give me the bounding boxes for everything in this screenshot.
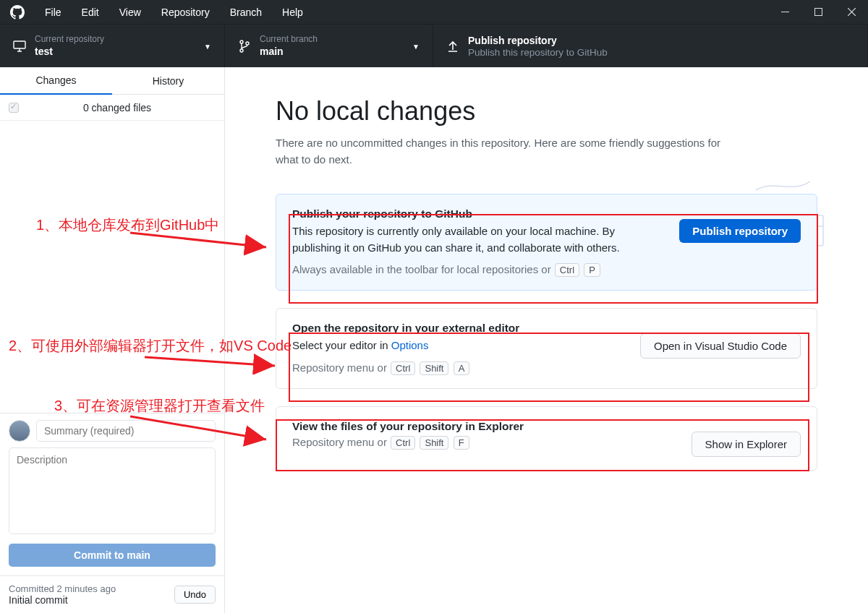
- menu-file[interactable]: File: [35, 1, 72, 24]
- key-p: P: [584, 263, 600, 277]
- last-commit: Committed 2 minutes ago Initial commit U…: [0, 575, 224, 613]
- key-shift: Shift: [420, 436, 448, 450]
- tab-history[interactable]: History: [112, 67, 224, 95]
- key-ctrl: Ctrl: [391, 361, 415, 375]
- upload-icon: [445, 40, 461, 53]
- card-publish: Publish your repository to GitHub This r…: [276, 194, 817, 291]
- main-menu: File Edit View Repository Branch Help: [35, 1, 313, 24]
- avatar: [9, 420, 30, 442]
- card-explorer-title: View the files of your repository in Exp…: [292, 420, 677, 433]
- card-editor-title: Open the repository in your external edi…: [292, 322, 626, 335]
- options-link[interactable]: Options: [391, 339, 429, 351]
- publish-title: Publish repository: [468, 34, 608, 47]
- svg-point-4: [240, 49, 243, 52]
- menu-edit[interactable]: Edit: [72, 1, 109, 24]
- branch-selector[interactable]: Current branch main ▼: [225, 25, 433, 67]
- commit-description-input[interactable]: [9, 447, 216, 534]
- open-in-vscode-button[interactable]: Open in Visual Studio Code: [640, 333, 801, 359]
- card-publish-title: Publish your repository to GitHub: [292, 207, 665, 220]
- page-title: No local changes: [276, 96, 817, 127]
- git-branch-icon: [237, 40, 252, 53]
- window-minimize-icon[interactable]: [768, 0, 801, 24]
- card-show-explorer: View the files of your repository in Exp…: [276, 406, 817, 471]
- toolbar: Current repository test ▼ Current branch…: [0, 24, 868, 67]
- repo-selector[interactable]: Current repository test ▼: [0, 25, 225, 67]
- publish-action[interactable]: Publish repository Publish this reposito…: [433, 25, 868, 67]
- select-all-checkbox[interactable]: [9, 103, 19, 113]
- sidebar: Changes History 0 changed files Commit t…: [0, 67, 225, 613]
- desktop-icon: [12, 40, 27, 52]
- key-ctrl: Ctrl: [555, 263, 579, 277]
- window-maximize-icon[interactable]: [801, 0, 835, 24]
- key-a: A: [454, 361, 470, 375]
- card-editor-desc: Select your editor in Options: [292, 338, 626, 354]
- commit-summary-input[interactable]: [36, 420, 216, 442]
- main-content: No local changes There are no uncommitte…: [225, 67, 868, 613]
- menu-view[interactable]: View: [109, 1, 151, 24]
- card-publish-tip: Always available in the toolbar for loca…: [292, 263, 665, 277]
- chevron-down-icon: ▼: [204, 42, 211, 50]
- show-in-explorer-button[interactable]: Show in Explorer: [692, 432, 801, 457]
- branch-label: Current branch: [260, 34, 318, 46]
- titlebar: File Edit View Repository Branch Help: [0, 0, 868, 24]
- key-shift: Shift: [420, 361, 448, 375]
- publish-repository-button[interactable]: Publish repository: [679, 219, 801, 243]
- key-f: F: [454, 436, 469, 450]
- card-explorer-tip: Repository menu or Ctrl Shift F: [292, 436, 677, 450]
- svg-rect-1: [814, 9, 822, 16]
- card-open-editor: Open the repository in your external edi…: [276, 308, 817, 389]
- publish-subtitle: Publish this repository to GitHub: [468, 47, 608, 58]
- last-commit-message: Initial commit: [9, 594, 116, 606]
- menu-repository[interactable]: Repository: [151, 1, 220, 24]
- commit-button[interactable]: Commit to main: [9, 544, 216, 567]
- svg-point-3: [240, 40, 243, 43]
- window-close-icon[interactable]: [835, 0, 868, 24]
- menu-help[interactable]: Help: [272, 1, 313, 24]
- tab-changes[interactable]: Changes: [0, 67, 112, 95]
- page-subtitle: There are no uncommitted changes in this…: [276, 135, 724, 168]
- card-publish-desc: This repository is currently only availa…: [292, 223, 665, 256]
- undo-button[interactable]: Undo: [174, 586, 216, 604]
- key-ctrl: Ctrl: [391, 436, 415, 450]
- branch-value: main: [260, 45, 318, 58]
- chevron-down-icon: ▼: [412, 42, 420, 50]
- repo-label: Current repository: [35, 34, 104, 46]
- files-header: 0 changed files: [0, 95, 224, 121]
- repo-value: test: [35, 45, 104, 58]
- github-logo-icon: [10, 5, 25, 20]
- commit-form: Commit to main: [0, 413, 224, 575]
- last-commit-time: Committed 2 minutes ago: [9, 583, 116, 594]
- changed-files-count: 0 changed files: [19, 102, 216, 113]
- svg-rect-2: [14, 41, 25, 48]
- svg-point-5: [246, 42, 249, 45]
- menu-branch[interactable]: Branch: [220, 1, 272, 24]
- svg-rect-0: [781, 12, 789, 12]
- card-editor-tip: Repository menu or Ctrl Shift A: [292, 361, 626, 375]
